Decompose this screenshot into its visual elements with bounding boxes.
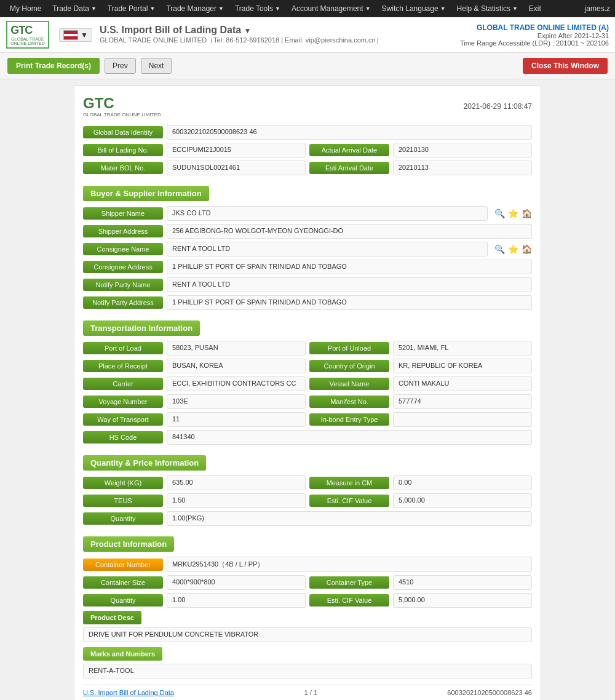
esti-cif-value: 5,000.00	[393, 493, 532, 508]
voyage-value: 103E	[167, 394, 306, 409]
vessel-name-item: Vessel Name CONTI MAKALU	[309, 376, 532, 391]
container-type-value: 4510	[393, 575, 532, 590]
carrier-label: Carrier	[83, 378, 163, 390]
vessel-name-value: CONTI MAKALU	[393, 376, 532, 391]
port-unload-label: Port of Unload	[309, 342, 389, 354]
nav-account-management[interactable]: Account Management ▼	[287, 2, 376, 15]
voyage-manifest-row: Voyage Number 103E Manifest No. 577774	[83, 394, 532, 409]
shipper-address-label: Shipper Address	[83, 225, 163, 237]
consignee-address-value: 1 PHILLIP ST PORT OF SPAIN TRINIDAD AND …	[167, 260, 532, 274]
shipper-home-icon[interactable]: 🏠	[521, 208, 532, 219]
shipper-search-icon[interactable]: 🔍	[494, 208, 505, 219]
company-name-link[interactable]: GLOBAL TRADE ONLINE LIMITED (A)	[460, 23, 609, 32]
consignee-name-value: RENT A TOOL LTD	[167, 242, 488, 257]
notify-party-name-row: Notify Party Name RENT A TOOL LTD	[83, 277, 532, 292]
mater-bol-value: SUDUN1SOL0021461	[167, 161, 306, 175]
container-type-label: Container Type	[309, 576, 389, 589]
country-origin-value: KR, REPUBLIC OF KOREA	[393, 359, 532, 373]
flag-selector[interactable]: ▼	[59, 28, 92, 42]
nav-trade-manager[interactable]: Trade Manager ▼	[161, 2, 229, 15]
consignee-search-icon[interactable]: 🔍	[494, 244, 505, 255]
actual-arrival-label: Actual Arrival Date	[309, 144, 389, 156]
bol-no-label: Bill of Lading No.	[83, 144, 163, 156]
product-section: Product Information Container Number MRK…	[83, 529, 532, 678]
mater-bol-row: Mater BOL No. SUDUN1SOL0021461 Esti Arri…	[83, 161, 532, 175]
quantity-row: Quantity 1.00(PKG)	[83, 511, 532, 526]
teus-label: TEUS	[83, 495, 163, 507]
place-receipt-value: BUSAN, KOREA	[167, 359, 306, 373]
mater-bol-label: Mater BOL No.	[83, 162, 163, 174]
notify-party-name-value: RENT A TOOL LTD	[167, 277, 532, 292]
title-area: U.S. Import Bill of Lading Data ▼ GLOBAL…	[100, 25, 460, 45]
record-card: GTC GLOBAL TRADE ONLINE LIMITED 2021-06-…	[74, 86, 541, 700]
nav-trade-data[interactable]: Trade Data ▼	[47, 2, 101, 15]
product-qty-item: Quantity 1.00	[83, 593, 306, 608]
consignee-home-icon[interactable]: 🏠	[521, 244, 532, 255]
country-origin-item: Country of Origin KR, REPUBLIC OF KOREA	[309, 359, 532, 373]
print-button-top[interactable]: Print Trade Record(s)	[7, 58, 100, 74]
product-cif-value: 5,000.00	[393, 593, 532, 608]
logo-area: GTC GLOBAL TRADEONLINE LIMITED ▼	[6, 21, 92, 49]
hs-code-value: 841340	[167, 430, 532, 445]
flag-dropdown-arrow: ▼	[81, 31, 88, 39]
quantity-value: 1.00(PKG)	[167, 511, 532, 526]
port-load-item: Port of Load 58023, PUSAN	[83, 341, 306, 356]
card-datetime: 2021-06-29 11:08:47	[464, 102, 532, 111]
transportation-header: Transportation Information	[83, 320, 200, 336]
teus-item: TEUS 1.50	[83, 493, 306, 508]
weight-label: Weight (KG)	[83, 477, 163, 489]
buyer-supplier-header: Buyer & Supplier Information	[83, 186, 209, 201]
nav-trade-tools[interactable]: Trade Tools ▼	[230, 2, 285, 15]
container-size-type-row: Container Size 4000*900*800 Container Ty…	[83, 575, 532, 590]
nav-trade-portal[interactable]: Trade Portal ▼	[103, 2, 161, 15]
nav-switch-language[interactable]: Switch Language ▼	[377, 2, 451, 15]
notify-party-name-label: Notify Party Name	[83, 279, 163, 291]
teus-value: 1.50	[167, 493, 306, 508]
nav-exit[interactable]: Exit	[524, 2, 546, 15]
notify-party-address-value: 1 PHILLIP ST PORT OF SPAIN TRINIDAD AND …	[167, 295, 532, 310]
marks-section: Marks and Numbers	[83, 647, 532, 661]
product-desc-section: Product Desc	[83, 611, 532, 624]
shipper-name-value: JKS CO LTD	[167, 206, 488, 221]
container-size-label: Container Size	[83, 576, 163, 589]
header-bar: GTC GLOBAL TRADEONLINE LIMITED ▼ U.S. Im…	[0, 17, 615, 53]
company-info: GLOBAL TRADE ONLINE LIMITED (A) Expire A…	[460, 23, 609, 47]
nav-items: My Home Trade Data ▼ Trade Portal ▼ Trad…	[5, 2, 546, 15]
container-type-item: Container Type 4510	[309, 575, 532, 590]
close-button-top[interactable]: Close This Window	[523, 58, 608, 74]
hs-code-row: HS Code 841340	[83, 430, 532, 445]
container-number-label: Container Number	[83, 559, 163, 571]
esti-arrival-label: Esti Arrival Date	[309, 162, 389, 174]
teus-cif-row: TEUS 1.50 Esti. CIF Value 5,000.00	[83, 493, 532, 508]
nav-help-statistics[interactable]: Help & Statistics ▼	[452, 2, 523, 15]
product-desc-button[interactable]: Product Desc	[83, 611, 141, 624]
page-title: U.S. Import Bill of Lading Data ▼	[100, 25, 460, 36]
global-data-row: Global Data Identity 6003202102050000862…	[83, 125, 532, 140]
card-footer-link[interactable]: U.S. Import Bill of Lading Data	[83, 689, 174, 696]
nav-my-home[interactable]: My Home	[5, 2, 46, 15]
title-dropdown-arrow[interactable]: ▼	[244, 26, 252, 35]
esti-arrival-value: 20210113	[393, 161, 532, 175]
card-footer: U.S. Import Bill of Lading Data 1 / 1 60…	[83, 685, 532, 696]
shipper-name-label: Shipper Name	[83, 207, 163, 220]
product-cif-item: Esti. CIF Value 5,000.00	[309, 593, 532, 608]
consignee-star-icon[interactable]: ⭐	[507, 244, 518, 255]
card-logo-text: GTC	[83, 95, 114, 112]
receipt-origin-row: Place of Receipt BUSAN, KOREA Country of…	[83, 359, 532, 373]
esti-cif-item: Esti. CIF Value 5,000.00	[309, 493, 532, 508]
weight-value: 635.00	[167, 475, 306, 490]
shipper-star-icon[interactable]: ⭐	[507, 208, 518, 219]
actual-arrival-item: Actual Arrival Date 20210130	[309, 143, 532, 157]
global-data-id-value: 60032021020500008623 46	[167, 125, 532, 140]
measure-cm-item: Measure in CM 0.00	[309, 475, 532, 490]
prev-button-top[interactable]: Prev	[105, 58, 136, 74]
company-logo: GTC GLOBAL TRADEONLINE LIMITED	[6, 21, 49, 49]
port-load-value: 58023, PUSAN	[167, 341, 306, 356]
shipper-address-row: Shipper Address 256 AEGIBONG-RO WOLGOT-M…	[83, 224, 532, 239]
current-user: james.z	[585, 4, 610, 13]
way-transport-label: Way of Transport	[83, 413, 163, 426]
bol-arrival-row: Bill of Lading No. ECCIPUMI21J0015 Actua…	[83, 143, 532, 157]
actual-arrival-value: 20210130	[393, 143, 532, 157]
next-button-top[interactable]: Next	[141, 58, 172, 74]
marks-button[interactable]: Marks and Numbers	[83, 647, 162, 661]
